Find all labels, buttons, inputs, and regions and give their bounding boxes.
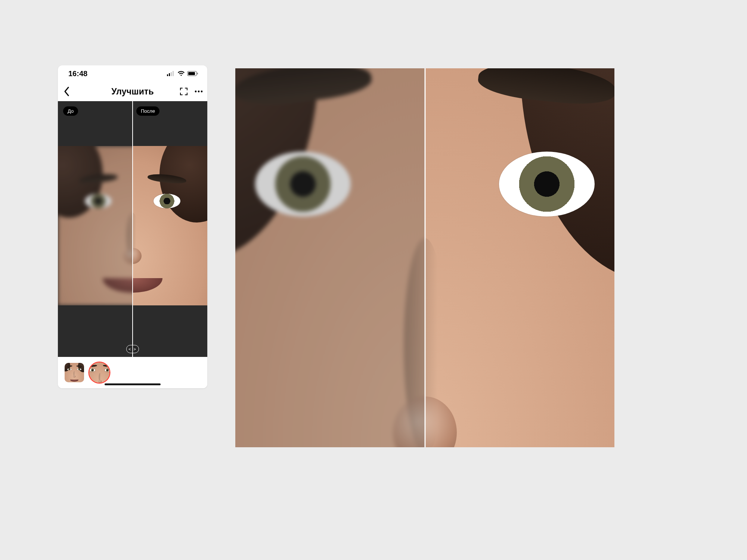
enlarged-divider [424, 68, 425, 447]
enlarged-after-image [425, 68, 615, 447]
compare-slider-handle[interactable]: < > [126, 345, 139, 353]
svg-point-7 [195, 91, 197, 93]
after-label: После [136, 106, 159, 116]
compare-viewport[interactable]: До После < > [58, 101, 207, 357]
thumbnail-face-1[interactable] [89, 363, 109, 383]
more-button[interactable] [195, 90, 203, 93]
svg-point-8 [198, 91, 200, 93]
svg-rect-0 [167, 74, 168, 76]
enlarged-comparison [235, 68, 614, 447]
wifi-icon [177, 71, 185, 76]
svg-rect-5 [188, 72, 195, 75]
enlarged-after-clip [425, 68, 615, 447]
after-image-clip [133, 146, 207, 305]
status-indicators [167, 71, 198, 76]
after-image [133, 146, 207, 305]
svg-rect-1 [169, 73, 170, 76]
before-label: До [63, 106, 78, 116]
thumbnail-full-photo[interactable] [65, 363, 84, 382]
back-button[interactable] [62, 85, 71, 98]
battery-icon [187, 71, 198, 76]
status-bar: 16:48 [58, 65, 207, 82]
fullscreen-button[interactable] [180, 87, 188, 96]
svg-rect-2 [171, 72, 172, 76]
svg-rect-3 [173, 71, 174, 76]
cellular-icon [167, 71, 175, 76]
svg-point-9 [201, 91, 203, 93]
nav-actions [180, 87, 203, 96]
phone-mockup: 16:48 [58, 65, 207, 388]
status-time: 16:48 [68, 69, 87, 78]
chevron-left-icon [64, 87, 70, 96]
more-icon [195, 90, 203, 93]
home-indicator[interactable] [105, 383, 161, 385]
svg-rect-6 [197, 73, 198, 75]
fullscreen-icon [180, 87, 188, 96]
compare-divider[interactable] [132, 101, 133, 357]
nav-bar: Улучшить [58, 82, 207, 101]
